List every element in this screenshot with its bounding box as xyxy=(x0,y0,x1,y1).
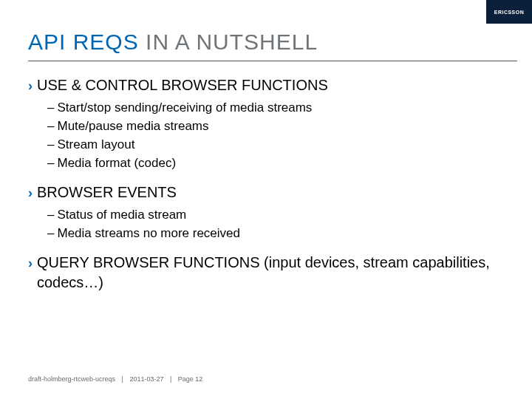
slide: ERICSSON API REQS IN A NUTSHELL › USE & … xyxy=(0,0,532,399)
brand-logo: ERICSSON xyxy=(486,0,532,24)
dash-icon: – xyxy=(47,207,54,224)
footer-page: Page 12 xyxy=(178,375,203,383)
footer-date: 2011-03-27 xyxy=(129,375,163,383)
section-head: › BROWSER EVENTS xyxy=(28,183,504,202)
title-rest: IN A NUTSHELL xyxy=(139,30,318,54)
section-query: › QUERY BROWSER FUNCTIONS (input devices… xyxy=(28,253,504,293)
section-title: BROWSER EVENTS xyxy=(37,183,177,202)
footer-separator: | xyxy=(122,375,123,383)
sub-list: –Status of media stream –Media streams n… xyxy=(47,207,504,242)
list-item-text: Media streams no more received xyxy=(57,225,240,242)
title-accent: API REQS xyxy=(28,30,139,54)
dash-icon: – xyxy=(47,118,54,135)
footer-doc: draft-holmberg-rtcweb-ucreqs xyxy=(28,375,115,383)
section-title: USE & CONTROL BROWSER FUNCTIONS xyxy=(37,75,328,95)
list-item-text: Stream layout xyxy=(57,137,134,154)
chevron-right-icon: › xyxy=(28,184,33,202)
title-divider xyxy=(28,61,517,61)
list-item: –Stream layout xyxy=(47,137,504,154)
chevron-right-icon: › xyxy=(28,77,33,95)
section-use-control: › USE & CONTROL BROWSER FUNCTIONS –Start… xyxy=(28,75,504,172)
dash-icon: – xyxy=(47,225,54,242)
chevron-right-icon: › xyxy=(28,254,33,272)
list-item-text: Status of media stream xyxy=(57,207,186,224)
dash-icon: – xyxy=(47,155,54,172)
section-head: › USE & CONTROL BROWSER FUNCTIONS xyxy=(28,75,504,95)
dash-icon: – xyxy=(47,137,54,154)
slide-title: API REQS IN A NUTSHELL xyxy=(28,30,504,55)
footer-separator: | xyxy=(170,375,171,383)
list-item: –Start/stop sending/receiving of media s… xyxy=(47,100,504,117)
dash-icon: – xyxy=(47,100,54,117)
section-head: › QUERY BROWSER FUNCTIONS (input devices… xyxy=(28,253,504,293)
list-item-text: Mute/pause media streams xyxy=(57,118,208,135)
section-title: QUERY BROWSER FUNCTIONS (input devices, … xyxy=(37,253,504,293)
list-item: –Mute/pause media streams xyxy=(47,118,504,135)
list-item: –Status of media stream xyxy=(47,207,504,224)
list-item: –Media streams no more received xyxy=(47,225,504,242)
list-item-text: Media format (codec) xyxy=(57,155,176,172)
list-item-text: Start/stop sending/receiving of media st… xyxy=(57,100,312,117)
sub-list: –Start/stop sending/receiving of media s… xyxy=(47,100,504,172)
list-item: –Media format (codec) xyxy=(47,155,504,172)
brand-logo-text: ERICSSON xyxy=(494,10,525,15)
slide-footer: draft-holmberg-rtcweb-ucreqs | 2011-03-2… xyxy=(28,375,202,383)
section-browser-events: › BROWSER EVENTS –Status of media stream… xyxy=(28,183,504,242)
content-area: › USE & CONTROL BROWSER FUNCTIONS –Start… xyxy=(28,75,504,303)
